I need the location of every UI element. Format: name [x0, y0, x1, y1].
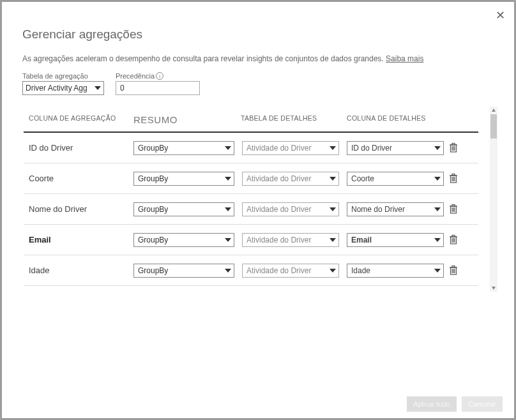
detail-table-select[interactable]: Atividade do Driver [242, 172, 339, 186]
precedence-label: Precedência [116, 72, 155, 80]
info-icon[interactable]: i [156, 72, 163, 80]
cancel-button[interactable]: Cancelar [462, 396, 503, 412]
detail-column-select[interactable]: Idade [347, 264, 444, 278]
delete-row-button[interactable] [449, 173, 458, 184]
precedence-group: Precedência i [116, 72, 200, 95]
agg-table-select[interactable]: Driver Activity Agg [22, 81, 104, 95]
table-row: CoorteGroupByAtividade do DriverCoorte [24, 163, 478, 194]
dialog-footer: Aplicar tudo Cancelar [407, 396, 503, 412]
svg-rect-29 [452, 266, 455, 267]
detail-table-select[interactable]: Atividade do Driver [242, 233, 339, 247]
col-header-detail-table: TABELA DE DETALHES [241, 114, 347, 125]
precedence-input[interactable] [116, 81, 200, 95]
col-header-agg: COLUNA DE AGREGAÇÃO [24, 114, 133, 125]
agg-column-cell: Nome do Driver [24, 204, 133, 214]
table-body: ID do DriverGroupByAtividade do DriverID… [24, 133, 478, 286]
detail-table-select[interactable]: Atividade do Driver [242, 264, 339, 278]
svg-rect-23 [452, 235, 455, 237]
manage-aggregations-dialog: ✕ Gerenciar agregações As agregações ace… [2, 2, 514, 418]
agg-column-cell: Email [24, 235, 133, 244]
agg-column-cell: ID do Driver [24, 143, 133, 153]
precedence-label-wrap: Precedência i [116, 72, 200, 80]
trash-icon [449, 176, 458, 185]
dialog-title: Gerenciar agregações [22, 27, 514, 41]
table-row: IdadeGroupByAtividade do DriverIdade [24, 255, 478, 286]
scroll-thumb[interactable] [490, 114, 497, 139]
detail-column-select[interactable]: Email [347, 233, 444, 247]
delete-row-button[interactable] [449, 142, 458, 154]
apply-all-button[interactable]: Aplicar tudo [407, 396, 457, 412]
delete-row-button[interactable] [449, 265, 458, 276]
trash-icon [449, 237, 458, 246]
trash-icon [449, 206, 458, 216]
dialog-subtitle: As agregações aceleram o desempenho de c… [22, 54, 514, 63]
detail-table-select[interactable]: Atividade do Driver [242, 202, 339, 216]
delete-row-button[interactable] [449, 234, 458, 246]
agg-table-group: Tabela de agregação Driver Activity Agg [22, 72, 104, 95]
col-header-detail-col: COLUNA DE DETALHES [347, 114, 448, 125]
svg-rect-5 [452, 143, 455, 145]
table-row: Nome do DriverGroupByAtividade do Driver… [24, 194, 478, 225]
close-icon: ✕ [496, 9, 505, 22]
summary-select[interactable]: GroupBy [133, 233, 234, 247]
table-header: COLUNA DE AGREGAÇÃO RESUMO TABELA DE DET… [24, 107, 478, 133]
summary-select[interactable]: GroupBy [133, 141, 234, 155]
detail-table-select[interactable]: Atividade do Driver [242, 141, 339, 155]
trash-icon [449, 145, 458, 154]
detail-column-select[interactable]: ID do Driver [347, 141, 444, 155]
agg-column-cell: Coorte [24, 174, 133, 183]
detail-column-select[interactable]: Nome do Driver [347, 202, 444, 216]
table-row: ID do DriverGroupByAtividade do DriverID… [24, 133, 478, 163]
col-header-resumo: RESUMO [133, 114, 241, 125]
top-controls: Tabela de agregação Driver Activity Agg … [22, 72, 514, 95]
close-button[interactable]: ✕ [496, 10, 505, 21]
summary-select[interactable]: GroupBy [133, 202, 234, 216]
agg-table-label: Tabela de agregação [22, 72, 104, 80]
svg-rect-17 [452, 204, 455, 206]
agg-column-cell: Idade [24, 266, 133, 275]
vertical-scrollbar[interactable] [490, 107, 497, 292]
summary-select[interactable]: GroupBy [133, 172, 234, 186]
delete-row-button[interactable] [449, 204, 458, 215]
detail-column-select[interactable]: Coorte [347, 172, 444, 186]
svg-rect-11 [452, 174, 455, 176]
aggregation-table: COLUNA DE AGREGAÇÃO RESUMO TABELA DE DET… [24, 107, 478, 286]
table-row: EmailGroupByAtividade do DriverEmail [24, 225, 478, 255]
dialog-content: Gerenciar agregações As agregações acele… [2, 2, 514, 286]
trash-icon [449, 267, 458, 277]
subtitle-text: As agregações aceleram o desempenho de c… [22, 54, 386, 63]
summary-select[interactable]: GroupBy [133, 264, 234, 278]
learn-more-link[interactable]: Saiba mais [386, 54, 423, 63]
